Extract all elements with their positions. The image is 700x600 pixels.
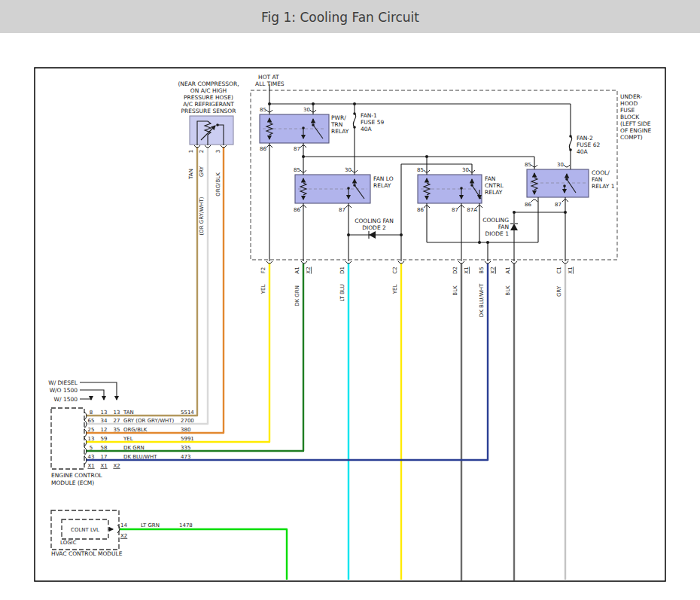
svg-text:2700: 2700	[181, 418, 194, 424]
fan-lo-relay-name: FAN LO RELAY	[373, 175, 394, 189]
svg-text:(OR GRY/WHT): (OR GRY/WHT)	[199, 196, 205, 235]
svg-text:RELAY: RELAY	[373, 182, 391, 189]
svg-text:C1: C1	[556, 266, 562, 273]
svg-text:F2: F2	[260, 267, 266, 273]
figure-title: Fig 1: Cooling Fan Circuit	[261, 10, 419, 25]
svg-text:X2: X2	[490, 266, 496, 273]
svg-text:FAN: FAN	[592, 176, 602, 183]
svg-text:87: 87	[294, 146, 300, 152]
svg-text:85: 85	[525, 162, 531, 168]
svg-text:FAN: FAN	[485, 175, 495, 182]
svg-text:ALL TIMES: ALL TIMES	[255, 81, 285, 87]
svg-text:ENGINE CONTROL: ENGINE CONTROL	[51, 472, 103, 479]
svg-text:59: 59	[101, 436, 108, 442]
svg-text:HOOD: HOOD	[620, 100, 638, 107]
power-label: HOT AT	[258, 74, 279, 81]
svg-text:TRN: TRN	[330, 121, 342, 128]
svg-text:40A: 40A	[577, 148, 589, 155]
svg-text:(LEFT SIDE: (LEFT SIDE	[620, 120, 651, 127]
svg-text:X1: X1	[100, 463, 107, 469]
svg-text:5514: 5514	[181, 410, 194, 416]
svg-text:86: 86	[525, 202, 531, 208]
svg-text:X2: X2	[306, 266, 312, 273]
svg-text:YEL: YEL	[260, 285, 266, 295]
svg-text:LOGIC: LOGIC	[60, 540, 77, 546]
svg-text:RELAY: RELAY	[485, 189, 503, 196]
svg-text:FAN-2: FAN-2	[577, 135, 593, 142]
svg-text:30: 30	[303, 107, 310, 113]
svg-text:W/ 1500: W/ 1500	[54, 396, 78, 403]
svg-text:86: 86	[294, 207, 300, 213]
svg-text:LT BLU: LT BLU	[339, 285, 345, 302]
svg-text:FUSE: FUSE	[620, 107, 635, 114]
svg-text:GRY: GRY	[556, 285, 562, 297]
svg-text:27: 27	[114, 418, 120, 424]
svg-text:FUSE 62: FUSE 62	[577, 142, 600, 148]
svg-text:X1: X1	[87, 463, 94, 469]
svg-text:DK GRN: DK GRN	[294, 285, 300, 306]
svg-text:85: 85	[417, 167, 424, 173]
svg-text:30: 30	[345, 167, 352, 173]
svg-text:ORG/BLK: ORG/BLK	[215, 172, 221, 196]
svg-text:30: 30	[462, 167, 469, 173]
hvac-logic-label: COLNT LVL	[71, 527, 99, 533]
svg-text:TAN: TAN	[188, 169, 194, 180]
svg-text:ON A/C HIGH: ON A/C HIGH	[190, 87, 227, 94]
svg-text:473: 473	[181, 454, 190, 460]
svg-text:17: 17	[101, 454, 108, 460]
svg-text:DK GRN: DK GRN	[123, 445, 145, 451]
svg-text:1478: 1478	[179, 522, 193, 528]
svg-text:X1: X1	[464, 266, 470, 273]
svg-text:40A: 40A	[361, 126, 373, 132]
svg-text:COOLING: COOLING	[482, 217, 509, 224]
svg-text:W/O 1500: W/O 1500	[50, 387, 78, 394]
svg-text:87: 87	[339, 207, 345, 213]
svg-text:86: 86	[260, 146, 266, 152]
svg-text:X1: X1	[568, 266, 574, 273]
svg-text:13: 13	[101, 410, 108, 416]
svg-text:8: 8	[90, 410, 93, 416]
svg-text:BLK: BLK	[505, 285, 511, 296]
svg-text:X2: X2	[120, 533, 127, 539]
svg-text:FAN-1: FAN-1	[361, 112, 377, 119]
svg-text:RELAY 1: RELAY 1	[592, 183, 615, 190]
svg-text:5: 5	[90, 445, 93, 451]
svg-text:GRY: GRY	[199, 166, 205, 177]
svg-text:LT GRN: LT GRN	[141, 522, 160, 528]
svg-text:DK BLU/WHT: DK BLU/WHT	[123, 454, 157, 460]
svg-text:BLOCK: BLOCK	[620, 114, 640, 120]
svg-text:TAN: TAN	[123, 410, 134, 416]
svg-text:PRESSURE HOSE): PRESSURE HOSE)	[184, 94, 233, 101]
svg-text:14: 14	[120, 522, 127, 528]
svg-text:(NEAR COMPRESSOR,: (NEAR COMPRESSOR,	[178, 81, 239, 87]
svg-text:87: 87	[452, 207, 458, 213]
svg-text:87A: 87A	[467, 207, 477, 213]
svg-text:335: 335	[181, 445, 190, 451]
svg-text:25: 25	[88, 427, 95, 433]
svg-text:DK BLU/WHT: DK BLU/WHT	[479, 283, 485, 317]
svg-text:COMPT): COMPT)	[620, 134, 643, 141]
svg-text:CNTRL: CNTRL	[485, 182, 504, 189]
svg-text:MODULE (ECM): MODULE (ECM)	[51, 480, 94, 486]
svg-text:COOLING FAN: COOLING FAN	[355, 218, 394, 224]
svg-text:RELAY: RELAY	[331, 128, 349, 135]
svg-text:COOL/: COOL/	[592, 169, 610, 176]
svg-text:FAN: FAN	[498, 224, 509, 230]
svg-text:D2: D2	[452, 266, 458, 274]
svg-text:85: 85	[294, 167, 300, 173]
svg-text:12: 12	[101, 427, 108, 433]
svg-text:A1: A1	[294, 266, 300, 273]
svg-text:2: 2	[199, 150, 205, 153]
svg-text:87: 87	[555, 202, 562, 208]
svg-text:1: 1	[188, 150, 194, 153]
svg-text:65: 65	[88, 418, 95, 424]
cooling-fan-circuit-diagram: Fig 1: Cooling Fan Circuit	[0, 0, 700, 600]
svg-text:W/ DIESEL: W/ DIESEL	[48, 379, 78, 386]
svg-text:UNDER-: UNDER-	[620, 93, 643, 100]
svg-text:DIODE 2: DIODE 2	[362, 224, 386, 231]
svg-text:380: 380	[181, 427, 190, 433]
svg-text:35: 35	[114, 427, 120, 433]
svg-text:X2: X2	[113, 463, 120, 469]
svg-text:GRY (OR GRY/WHT): GRY (OR GRY/WHT)	[123, 418, 175, 424]
svg-text:30: 30	[557, 162, 564, 168]
